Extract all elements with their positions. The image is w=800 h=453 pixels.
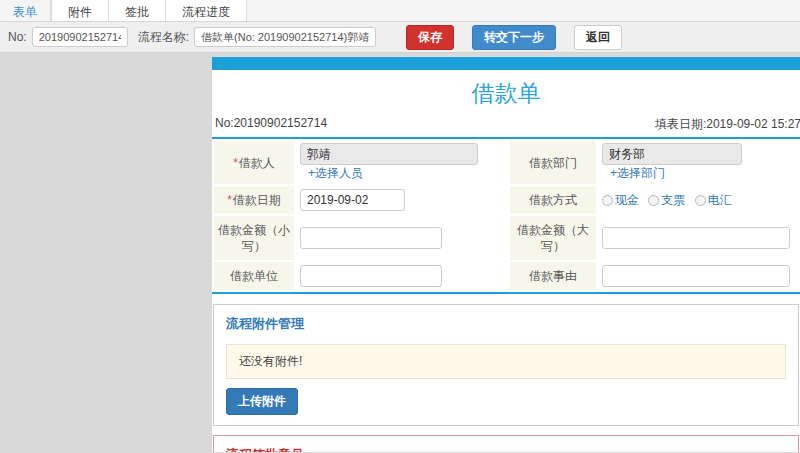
upload-attachment-button[interactable]: 上传附件 [226, 388, 298, 415]
attachments-section-title: 流程附件管理 [226, 315, 786, 333]
radio-wire[interactable]: 电汇 [695, 193, 732, 207]
back-button[interactable]: 返回 [574, 25, 622, 50]
radio-circle-icon [695, 195, 706, 206]
amount-big-value-cell [598, 216, 798, 260]
table-row: *借款日期 借款方式 现金 支票 电汇 [214, 186, 798, 214]
attachments-section: 流程附件管理 还没有附件! 上传附件 [213, 304, 799, 426]
table-row: 借款单位 借款事由 [214, 262, 798, 290]
page-title: 借款单 [212, 70, 800, 114]
flow-name-input[interactable] [194, 27, 376, 47]
date-value-cell [296, 186, 508, 214]
select-person-link[interactable]: +选择人员 [308, 166, 363, 180]
approval-section: 流程签批意见 B I abc [213, 435, 799, 452]
loan-method-radio-group: 现金 支票 电汇 [602, 193, 738, 207]
borrower-label: 借款人 [239, 156, 275, 170]
table-row: *借款人 +选择人员 借款部门 +选择部门 [214, 141, 798, 184]
required-mark: * [233, 156, 238, 170]
required-mark: * [227, 193, 232, 207]
loan-reason-input[interactable] [602, 265, 790, 287]
approval-section-title: 流程签批意见 [226, 446, 786, 452]
fill-date: 填表日期:2019-09-02 15:27:1 [655, 116, 800, 133]
loan-date-input[interactable] [300, 189, 405, 211]
panel-accent-bar [212, 57, 800, 70]
forward-next-step-button[interactable]: 转交下一步 [472, 25, 556, 50]
radio-cheque[interactable]: 支票 [648, 193, 685, 207]
tab-form[interactable]: 表单 [0, 0, 51, 21]
borrower-input[interactable] [300, 143, 478, 165]
tab-progress[interactable]: 流程进度 [166, 0, 247, 21]
main-area: 借款单 No:20190902152714 填表日期:2019-09-02 15… [0, 53, 800, 452]
method-label: 借款方式 [529, 193, 577, 207]
amount-big-label: 借款金额（大写） [517, 223, 589, 253]
no-label: No: [8, 30, 27, 44]
tab-approval[interactable]: 签批 [109, 0, 166, 21]
method-label-cell: 借款方式 [510, 186, 596, 214]
loan-form-table: *借款人 +选择人员 借款部门 +选择部门 *借款日期 [212, 137, 800, 294]
no-attachments-message: 还没有附件! [226, 344, 786, 379]
radio-cash[interactable]: 现金 [602, 193, 639, 207]
unit-label-cell: 借款单位 [214, 262, 294, 290]
reason-label-cell: 借款事由 [510, 262, 596, 290]
amount-big-input[interactable] [602, 227, 790, 249]
amount-small-input[interactable] [300, 227, 442, 249]
unit-label: 借款单位 [230, 269, 278, 283]
reason-label: 借款事由 [529, 269, 577, 283]
amount-small-label: 借款金额（小写） [218, 223, 290, 253]
tab-attachments[interactable]: 附件 [51, 0, 109, 21]
radio-circle-icon [648, 195, 659, 206]
flow-name-label: 流程名称: [138, 29, 189, 46]
dept-input[interactable] [602, 143, 742, 165]
radio-circle-icon [602, 195, 613, 206]
form-number: No:20190902152714 [215, 116, 327, 133]
dept-label: 借款部门 [529, 156, 577, 170]
unit-value-cell [296, 262, 508, 290]
borrower-value-cell: +选择人员 [296, 141, 508, 184]
save-button[interactable]: 保存 [406, 25, 454, 50]
table-row: 借款金额（小写） 借款金额（大写） [214, 216, 798, 260]
form-panel: 借款单 No:20190902152714 填表日期:2019-09-02 15… [212, 57, 800, 452]
form-meta-row: No:20190902152714 填表日期:2019-09-02 15:27:… [212, 114, 800, 137]
dept-label-cell: 借款部门 [510, 141, 596, 184]
amount-big-label-cell: 借款金额（大写） [510, 216, 596, 260]
date-label-cell: *借款日期 [214, 186, 294, 214]
amount-small-label-cell: 借款金额（小写） [214, 216, 294, 260]
app-window: 表单 附件 签批 流程进度 No: 流程名称: 保存 转交下一步 返回 借款单 … [0, 0, 800, 453]
method-value-cell: 现金 支票 电汇 [598, 186, 798, 214]
date-label: 借款日期 [233, 193, 281, 207]
dept-value-cell: +选择部门 [598, 141, 798, 184]
reason-value-cell [598, 262, 798, 290]
amount-small-value-cell [296, 216, 508, 260]
top-tab-bar: 表单 附件 签批 流程进度 [0, 0, 800, 22]
action-toolbar: No: 流程名称: 保存 转交下一步 返回 [0, 22, 800, 53]
no-input[interactable] [32, 27, 128, 47]
select-dept-link[interactable]: +选择部门 [610, 166, 665, 180]
loan-unit-input[interactable] [300, 265, 442, 287]
borrower-label-cell: *借款人 [214, 141, 294, 184]
